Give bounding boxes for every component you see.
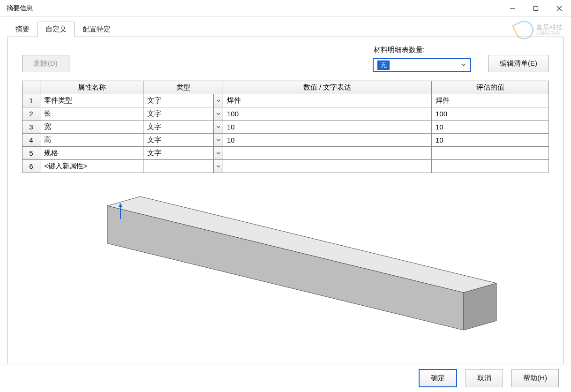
tab-config-specific[interactable]: 配置特定 [75,22,119,37]
chevron-down-icon[interactable] [213,94,223,107]
window-titlebar: 摘要信息 [0,0,571,17]
delete-button[interactable]: 删除(D) [22,55,69,72]
window-controls [501,0,571,17]
window-title: 摘要信息 [7,4,33,13]
model-preview[interactable] [22,178,549,351]
prop-eval-cell: 10 [432,134,549,147]
col-header-type[interactable]: 类型 [143,81,223,94]
row-index[interactable]: 6 [23,160,40,173]
help-button[interactable]: 帮助(H) [511,369,559,387]
maximize-button[interactable] [524,0,548,17]
table-row: 1 零件类型 文字 焊件 焊件 [23,94,549,107]
bom-area: 材料明细表数量: 无 [373,45,471,72]
col-header-value[interactable]: 数值 / 文字表达 [223,81,432,94]
row-index[interactable]: 4 [23,134,40,147]
type-text: 文字 [147,136,161,143]
prop-name-cell[interactable]: 长 [40,107,143,121]
prop-eval-cell: 焊件 [432,94,549,107]
chevron-down-icon[interactable] [213,160,223,173]
cancel-button[interactable]: 取消 [466,369,503,387]
row-index[interactable]: 1 [23,94,40,107]
prop-value-cell[interactable]: 焊件 [223,94,432,107]
chevron-down-icon[interactable] [213,107,223,120]
type-text: 文字 [147,109,161,117]
prop-type-cell[interactable]: 文字 [143,134,223,147]
tab-custom[interactable]: 自定义 [38,22,75,37]
prop-eval-cell: 100 [432,107,549,121]
type-text: 文字 [147,149,161,157]
table-row: 4 高 文字 10 10 [23,134,549,147]
type-text: 文字 [147,96,161,104]
prop-type-cell[interactable]: 文字 [143,121,223,134]
content-frame: 删除(D) 材料明细表数量: 无 编辑清单(E) 属性名称 类型 [8,37,563,375]
prop-type-cell[interactable] [143,160,223,173]
svg-rect-1 [534,6,538,10]
bom-select-value: 无 [377,60,390,70]
prop-eval-cell [432,160,549,173]
table-row: 2 长 文字 100 100 [23,107,549,121]
tab-strip: 摘要 自定义 配置特定 [0,17,571,37]
row-index[interactable]: 3 [23,121,40,134]
prop-type-cell[interactable]: 文字 [143,94,223,107]
tab-summary[interactable]: 摘要 [8,22,38,37]
prop-eval-cell: 10 [432,121,549,134]
edit-list-button[interactable]: 编辑清单(E) [488,55,549,72]
prop-value-cell[interactable]: 10 [223,134,432,147]
prop-value-cell[interactable]: 10 [223,121,432,134]
table-row: 3 宽 文字 10 10 [23,121,549,134]
bom-quantity-select[interactable]: 无 [373,58,471,72]
dialog-footer: 确定 取消 帮助(H) [0,364,571,392]
prop-name-cell[interactable]: <键入新属性> [40,160,143,173]
table-corner [23,81,40,94]
type-text: 文字 [147,122,161,130]
row-index[interactable]: 5 [23,147,40,160]
prop-name-cell[interactable]: 宽 [40,121,143,134]
toolbar: 删除(D) 材料明细表数量: 无 编辑清单(E) [8,37,563,81]
tabs-underline [8,37,563,37]
minimize-button[interactable] [501,0,524,17]
prop-value-cell[interactable]: 100 [223,107,432,121]
prop-value-cell[interactable] [223,160,432,173]
chevron-down-icon[interactable] [213,134,223,146]
prop-value-cell[interactable] [223,147,432,160]
chevron-down-icon[interactable] [213,147,223,159]
close-button[interactable] [548,0,571,17]
property-table-wrap: 属性名称 类型 数值 / 文字表达 评估的值 1 零件类型 文字 焊件 焊件 2… [8,81,563,173]
ok-button[interactable]: 确定 [419,369,457,387]
table-row: 5 规格 文字 [23,147,549,160]
property-table: 属性名称 类型 数值 / 文字表达 评估的值 1 零件类型 文字 焊件 焊件 2… [22,81,549,173]
prop-eval-cell [432,147,549,160]
prop-name-cell[interactable]: 零件类型 [40,94,143,107]
prop-type-cell[interactable]: 文字 [143,107,223,121]
prop-name-cell[interactable]: 规格 [40,147,143,160]
col-header-eval[interactable]: 评估的值 [432,81,549,94]
prop-type-cell[interactable]: 文字 [143,147,223,160]
table-row: 6 <键入新属性> [23,160,549,173]
model-preview-svg [22,178,549,351]
bom-label: 材料明细表数量: [373,45,425,54]
chevron-down-icon [461,61,466,69]
prop-name-cell[interactable]: 高 [40,134,143,147]
col-header-name[interactable]: 属性名称 [40,81,143,94]
chevron-down-icon[interactable] [213,121,223,133]
row-index[interactable]: 2 [23,107,40,121]
